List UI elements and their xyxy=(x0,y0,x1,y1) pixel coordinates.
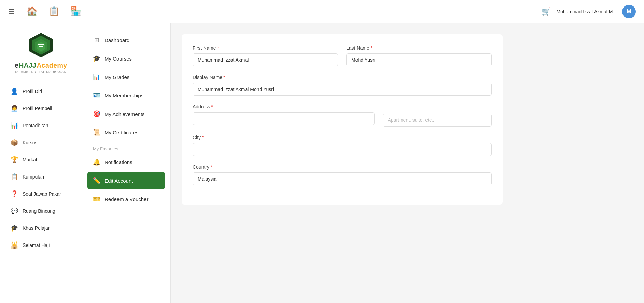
svg-rect-4 xyxy=(38,44,44,45)
last-name-required: * xyxy=(370,45,372,51)
svg-rect-5 xyxy=(39,46,43,47)
edit-account-form-card: First Name* Last Name* Display Name* xyxy=(182,34,503,205)
display-name-row: Display Name* xyxy=(193,75,492,96)
mid-nav-my-grades[interactable]: 📊 My Grades xyxy=(87,68,165,85)
country-label: Country* xyxy=(193,164,492,170)
logo-subtitle: ISLAMIC DIGITAL MADRASAN xyxy=(15,70,66,74)
redeem-voucher-icon: 🎫 xyxy=(93,195,100,203)
country-value: Malaysia xyxy=(193,172,492,185)
city-input[interactable] xyxy=(193,143,492,156)
profil-diri-label: Profil Diri xyxy=(23,89,42,94)
address-required: * xyxy=(211,104,213,109)
country-group: Country* Malaysia xyxy=(193,164,492,185)
logo-area: e HAJJ Academy ISLAMIC DIGITAL MADRASAN xyxy=(5,31,76,74)
city-required: * xyxy=(202,135,204,140)
markah-icon: 🏆 xyxy=(10,155,19,164)
last-name-group: Last Name* xyxy=(346,45,492,66)
my-favorites-section-label: My Favorites xyxy=(87,142,165,154)
logo-e: e xyxy=(15,62,18,69)
sidebar-item-profil-pembeli[interactable]: 🧑‍💼 Profil Pembeli xyxy=(5,100,76,117)
mid-nav-notifications[interactable]: 🔔 Notifications xyxy=(87,154,165,171)
my-certificates-label: My Certificates xyxy=(104,130,138,135)
last-name-label: Last Name* xyxy=(346,45,492,51)
sidebar-item-selamat-haji[interactable]: 🕌 Selamat Haji xyxy=(5,237,76,253)
city-label: City* xyxy=(193,135,492,140)
sidebar-item-ruang-bincang[interactable]: 💬 Ruang Bincang xyxy=(5,203,76,219)
city-group: City* xyxy=(193,135,492,156)
courses-nav-icon[interactable]: 📋 xyxy=(48,6,59,17)
profil-pembeli-label: Profil Pembeli xyxy=(23,106,52,111)
pentadbiran-icon: 📊 xyxy=(10,121,19,130)
logo-academy: Academy xyxy=(37,62,67,69)
sidebar-item-khas-pelajar[interactable]: 🎓 Khas Pelajar xyxy=(5,220,76,236)
notifications-icon: 🔔 xyxy=(93,158,100,166)
sidebar-toggle-button[interactable]: ☰ xyxy=(8,8,14,16)
topbar: ☰ 🏠 📋 🏪 🛒 Muhammad Izzat Akmal M... M xyxy=(0,0,644,23)
kursus-label: Kursus xyxy=(23,140,38,145)
content-area: First Name* Last Name* Display Name* xyxy=(171,23,644,303)
ruang-bincang-icon: 💬 xyxy=(10,206,19,216)
sidebar-item-pentadbiran[interactable]: 📊 Pentadbiran xyxy=(5,117,76,134)
mid-nav-my-memberships[interactable]: 🪪 My Memberships xyxy=(87,87,165,104)
main-layout: e HAJJ Academy ISLAMIC DIGITAL MADRASAN … xyxy=(0,23,644,303)
my-courses-label: My Courses xyxy=(104,56,132,62)
selamat-haji-icon: 🕌 xyxy=(10,240,19,250)
redeem-voucher-label: Redeem a Voucher xyxy=(104,196,148,202)
sidebar-item-kumpulan[interactable]: 📋 Kumpulan xyxy=(5,169,76,185)
pentadbiran-label: Pentadbiran xyxy=(23,123,48,128)
kursus-icon: 📦 xyxy=(10,138,19,147)
mid-nav-dashboard[interactable]: ⊞ Dashboard xyxy=(87,31,165,49)
khas-pelajar-label: Khas Pelajar xyxy=(23,225,50,231)
country-required: * xyxy=(210,164,212,170)
my-memberships-icon: 🪪 xyxy=(93,92,100,99)
mid-nav-edit-account[interactable]: ✏️ Edit Account xyxy=(87,172,165,189)
kumpulan-icon: 📋 xyxy=(10,172,19,182)
address2-input[interactable] xyxy=(383,114,492,127)
selamat-haji-label: Selamat Haji xyxy=(23,242,50,248)
mid-nav-my-achievements[interactable]: 🎯 My Achievements xyxy=(87,105,165,122)
left-sidebar: e HAJJ Academy ISLAMIC DIGITAL MADRASAN … xyxy=(0,23,82,303)
name-row: First Name* Last Name* xyxy=(193,45,492,66)
country-row: Country* Malaysia xyxy=(193,164,492,185)
middle-sidebar: ⊞ Dashboard 🎓 My Courses 📊 My Grades 🪪 M… xyxy=(82,23,171,303)
avatar[interactable]: M xyxy=(622,5,636,18)
sidebar-item-soal-jawab-pakar[interactable]: ❓ Soal Jawab Pakar xyxy=(5,186,76,202)
first-name-input[interactable] xyxy=(193,53,338,66)
last-name-input[interactable] xyxy=(346,53,492,66)
logo-text: e HAJJ Academy xyxy=(15,62,67,69)
store-nav-icon[interactable]: 🏪 xyxy=(70,6,81,17)
profil-diri-icon: 👤 xyxy=(10,87,19,96)
username-display: Muhammad Izzat Akmal M... xyxy=(556,9,617,14)
logo-hajj: HAJJ xyxy=(19,62,36,69)
mid-nav-my-certificates[interactable]: 📜 My Certificates xyxy=(87,124,165,141)
khas-pelajar-icon: 🎓 xyxy=(10,223,19,233)
edit-account-label: Edit Account xyxy=(104,178,133,184)
display-name-input[interactable] xyxy=(193,83,492,96)
mid-nav-my-courses[interactable]: 🎓 My Courses xyxy=(87,50,165,67)
display-name-group: Display Name* xyxy=(193,75,492,96)
home-nav-icon[interactable]: 🏠 xyxy=(27,6,38,17)
first-name-group: First Name* xyxy=(193,45,338,66)
avatar-initials: M xyxy=(627,9,631,15)
display-name-label: Display Name* xyxy=(193,75,492,80)
left-nav-list: 👤 Profil Diri 🧑‍💼 Profil Pembeli 📊 Penta… xyxy=(5,83,76,253)
my-certificates-icon: 📜 xyxy=(93,129,100,136)
my-memberships-label: My Memberships xyxy=(104,93,143,98)
mid-nav-redeem-voucher[interactable]: 🎫 Redeem a Voucher xyxy=(87,190,165,208)
markah-label: Markah xyxy=(23,157,39,162)
first-name-required: * xyxy=(217,45,219,51)
address2-group xyxy=(383,114,492,127)
dashboard-label: Dashboard xyxy=(104,37,129,43)
sidebar-item-markah[interactable]: 🏆 Markah xyxy=(5,152,76,168)
topbar-nav-icons: 🏠 📋 🏪 xyxy=(27,6,81,17)
ruang-bincang-label: Ruang Bincang xyxy=(23,208,55,214)
my-achievements-icon: 🎯 xyxy=(93,110,100,118)
soal-jawab-pakar-icon: ❓ xyxy=(10,189,19,199)
cart-icon[interactable]: 🛒 xyxy=(542,7,551,16)
sidebar-item-kursus[interactable]: 📦 Kursus xyxy=(5,134,76,151)
profil-pembeli-icon: 🧑‍💼 xyxy=(10,104,19,113)
my-achievements-label: My Achievements xyxy=(104,111,145,117)
dashboard-icon: ⊞ xyxy=(93,36,100,44)
address-input[interactable] xyxy=(193,112,375,125)
sidebar-item-profil-diri[interactable]: 👤 Profil Diri xyxy=(5,83,76,100)
